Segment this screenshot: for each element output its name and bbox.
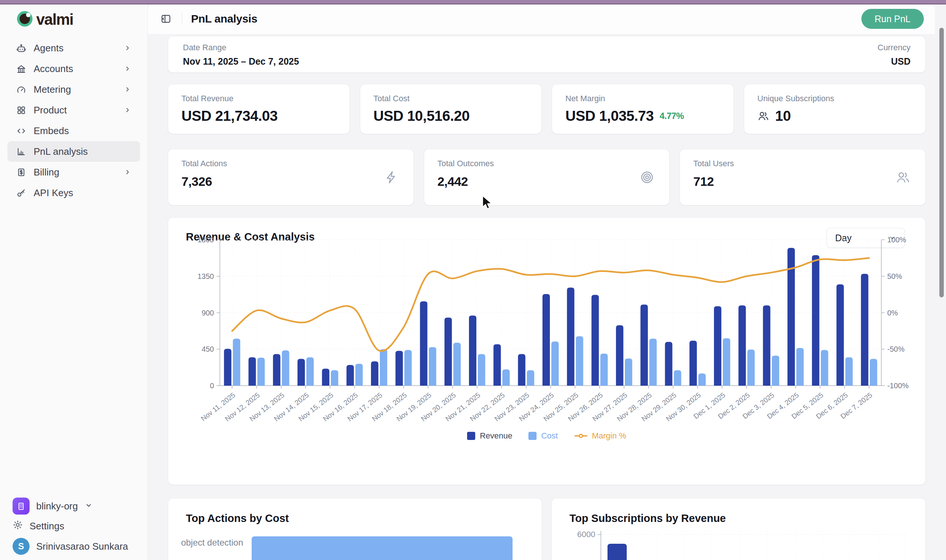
collapse-sidebar-button[interactable]: [159, 12, 173, 26]
currency-value[interactable]: USD: [878, 56, 911, 67]
top-subscriptions-chart-svg: 6000: [563, 520, 918, 560]
sidebar-item-label: Agents: [34, 43, 63, 54]
stat-value: USD 10,516.20: [374, 108, 470, 124]
org-icon: [12, 498, 29, 515]
sidebar-item-metering[interactable]: Metering: [8, 79, 140, 100]
org-name: blinky-org: [36, 500, 78, 512]
legend-revenue[interactable]: Revenue: [467, 431, 512, 441]
stat-label: Unique Subscriptions: [758, 94, 912, 103]
sidebar-nav: AgentsAccountsMeteringProductEmbedsPnL a…: [0, 38, 148, 203]
stat-card-total-outcomes: Total Outcomes2,442: [424, 149, 670, 205]
page-title: PnL analysis: [191, 12, 257, 25]
stat-card-total-revenue: Total RevenueUSD 21,734.03: [168, 84, 350, 134]
scrollbar[interactable]: [939, 28, 944, 297]
sidebar-item-agents[interactable]: Agents: [8, 38, 140, 58]
top-subscriptions-chart: 6000: [563, 520, 918, 560]
currency-label: Currency: [878, 43, 911, 52]
page-header: PnL analysis Run PnL: [148, 4, 935, 34]
top-actions-chart-svg: object detection: [176, 520, 534, 560]
chevron-right-icon: [124, 168, 131, 176]
valmi-logo-icon: [16, 10, 33, 29]
stat-label: Net Margin: [565, 94, 720, 103]
date-range-value[interactable]: Nov 11, 2025 – Dec 7, 2025: [183, 56, 299, 67]
users-icon: [896, 170, 911, 185]
stats-row-2: Total Actions7,326Total Outcomes2,442Tot…: [168, 149, 926, 205]
stat-card-total-cost: Total CostUSD 10,516.20: [360, 84, 542, 134]
logo-text: valmi: [36, 11, 73, 28]
bot-icon: [16, 43, 26, 53]
chevron-right-icon: [124, 65, 131, 72]
stat-value: 10: [775, 108, 791, 124]
date-range-card: Date Range Nov 11, 2025 – Dec 7, 2025 Cu…: [168, 36, 926, 73]
users-icon: [758, 110, 769, 122]
logo: valmi: [16, 10, 73, 29]
bolt-icon: [384, 170, 399, 185]
svg-text:6000: 6000: [577, 530, 595, 539]
svg-text:450: 450: [202, 345, 214, 353]
stat-label: Total Actions: [182, 159, 400, 168]
date-range-label: Date Range: [183, 43, 299, 52]
sidebar-item-api-keys[interactable]: API Keys: [8, 183, 140, 203]
chart-legend: RevenueCostMargin %: [168, 431, 925, 441]
grid-icon: [16, 105, 26, 115]
sidebar-item-billing[interactable]: Billing: [8, 162, 140, 183]
svg-text:1800: 1800: [198, 236, 214, 244]
legend-cost[interactable]: Cost: [528, 431, 558, 441]
revenue-cost-chart-svg: 045090013501800100%50%0%-50%-100%Nov 11,…: [186, 234, 911, 426]
legend-margin[interactable]: Margin %: [574, 431, 626, 441]
sidebar-footer: blinky-org Settings S Srinivasarao Sunka…: [0, 495, 148, 558]
avatar: S: [12, 538, 29, 555]
stats-row-1: Total RevenueUSD 21,734.03Total CostUSD …: [168, 84, 926, 131]
chevron-right-icon: [124, 44, 131, 52]
stat-label: Total Outcomes: [438, 159, 656, 168]
svg-text:0: 0: [210, 382, 214, 390]
chevron-right-icon: [124, 86, 131, 93]
stat-card-net-margin: Net MarginUSD 1,035.734.77%: [552, 84, 734, 134]
chevron-down-icon: [85, 501, 93, 509]
sidebar-item-product[interactable]: Product: [8, 100, 140, 120]
sidebar-item-pnl-analysis[interactable]: PnL analysis: [8, 141, 140, 162]
settings-label: Settings: [29, 520, 64, 532]
main-content: PnL analysis Run PnL Date Range Nov 11, …: [148, 4, 946, 560]
margin-line-icon: [574, 433, 587, 438]
sidebar-item-accounts[interactable]: Accounts: [8, 58, 140, 79]
svg-text:object detection: object detection: [181, 537, 243, 548]
gear-icon: [12, 520, 23, 533]
gauge-icon: [16, 85, 26, 95]
sidebar-item-settings[interactable]: Settings: [8, 517, 140, 535]
stat-card-unique-subscriptions: Unique Subscriptions10: [744, 84, 926, 134]
bottom-cards-row: Top Actions by Cost object detection Top…: [168, 498, 926, 560]
sidebar-item-label: Accounts: [34, 63, 73, 75]
svg-text:100%: 100%: [887, 236, 906, 244]
sidebar-item-label: Product: [34, 105, 67, 116]
org-switcher[interactable]: blinky-org: [8, 495, 140, 517]
stat-value: USD 1,035.73: [565, 108, 654, 124]
top-actions-card: Top Actions by Cost object detection: [168, 498, 542, 560]
revenue-cost-card: Revenue & Cost Analysis Day 045090013501…: [168, 217, 926, 485]
margin-percent-badge: 4.77%: [659, 111, 684, 121]
header-divider: [182, 13, 182, 25]
target-icon: [639, 170, 655, 185]
stat-value: 712: [693, 174, 713, 189]
bar-chart-icon: [16, 147, 26, 157]
sidebar-item-embeds[interactable]: Embeds: [8, 120, 140, 141]
chevron-right-icon: [124, 106, 131, 114]
user-profile[interactable]: S Srinivasarao Sunkara: [8, 535, 140, 557]
stat-value: USD 21,734.03: [182, 108, 277, 124]
key-icon: [16, 188, 26, 198]
run-pnl-button[interactable]: Run PnL: [861, 9, 924, 29]
building-icon: [16, 64, 26, 74]
sidebar-item-label: Billing: [34, 166, 59, 178]
gear-icon: [12, 520, 23, 530]
top-strip: [0, 0, 946, 5]
svg-text:900: 900: [202, 309, 214, 317]
sidebar-item-label: Metering: [34, 84, 71, 95]
stat-label: Total Revenue: [182, 94, 336, 103]
revenue-cost-chart: 045090013501800100%50%0%-50%-100%Nov 11,…: [186, 234, 911, 428]
svg-text:-50%: -50%: [887, 345, 904, 353]
sidebar-item-label: PnL analysis: [34, 146, 88, 157]
svg-text:1350: 1350: [198, 272, 214, 280]
svg-text:0%: 0%: [887, 309, 898, 317]
stat-value: 2,442: [438, 174, 468, 189]
stat-label: Total Cost: [374, 94, 528, 103]
